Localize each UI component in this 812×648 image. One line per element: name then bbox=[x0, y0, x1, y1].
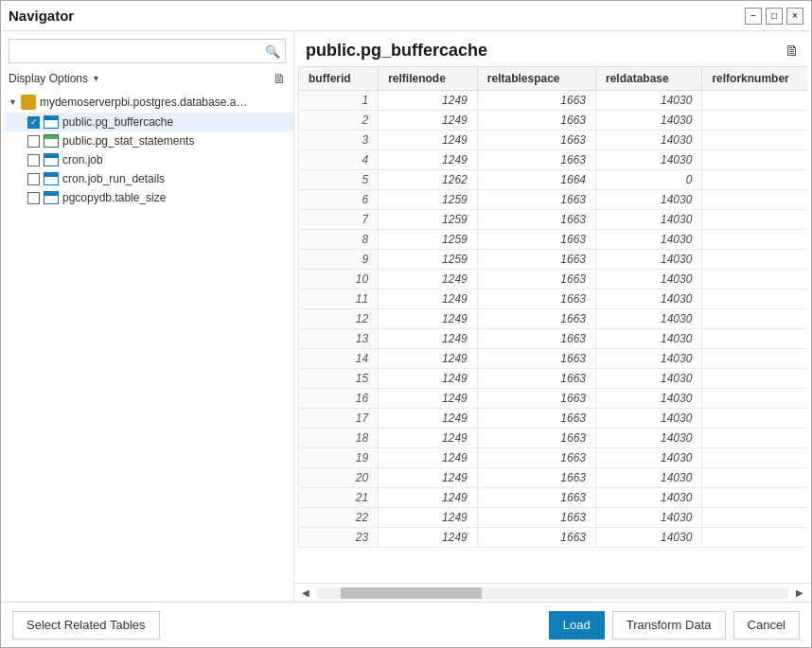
col-relforknumber: relforknumber bbox=[702, 67, 807, 91]
table-row: 211249166314030 bbox=[299, 488, 808, 508]
main-content: 🔍 Display Options ▼ 🗎 ▼ mydemoserverpbi.… bbox=[1, 31, 811, 602]
table-row: 171249166314030 bbox=[299, 409, 808, 429]
item-label-pg-stat-statements: public.pg_stat_statements bbox=[62, 134, 194, 148]
close-button[interactable]: × bbox=[786, 8, 803, 25]
title-bar: Navigator − □ × bbox=[1, 1, 811, 31]
table-cell: 5 bbox=[299, 170, 379, 190]
table-cell: 1249 bbox=[379, 131, 478, 150]
table-cell: 14030 bbox=[596, 150, 702, 170]
table-row: 221249166314030 bbox=[299, 508, 808, 528]
table-cell bbox=[702, 289, 807, 309]
table-cell: 1249 bbox=[379, 488, 478, 508]
display-options-arrow: ▼ bbox=[92, 74, 100, 83]
scroll-right-arrow[interactable]: ▶ bbox=[792, 586, 807, 600]
table-cell: 14030 bbox=[596, 468, 702, 488]
table-cell: 14030 bbox=[596, 210, 702, 230]
table-cell: 1663 bbox=[477, 289, 595, 309]
table-cell: 1664 bbox=[477, 170, 595, 190]
table-cell: 16 bbox=[299, 389, 379, 409]
table-cell bbox=[702, 528, 807, 548]
table-cell: 1249 bbox=[379, 111, 478, 131]
table-row: 191249166314030 bbox=[299, 448, 808, 468]
table-cell: 13 bbox=[299, 329, 379, 349]
load-button[interactable]: Load bbox=[549, 611, 605, 639]
table-cell: 1249 bbox=[379, 448, 478, 468]
table-cell: 20 bbox=[299, 468, 379, 488]
table-scroll-wrapper: bufferid relfilenode reltablespace relda… bbox=[294, 66, 811, 602]
search-input[interactable] bbox=[9, 39, 286, 63]
table-cell bbox=[702, 190, 807, 210]
export-icon[interactable]: 🗎 bbox=[273, 71, 286, 86]
table-cell bbox=[702, 91, 807, 111]
footer-right: Load Transform Data Cancel bbox=[549, 611, 800, 639]
table-row: 81259166314030 bbox=[299, 230, 808, 250]
item-label-pg-buffercache: public.pg_buffercache bbox=[62, 115, 173, 129]
table-cell: 1663 bbox=[477, 488, 595, 508]
tree-item-pg-buffercache[interactable]: public.pg_buffercache bbox=[5, 113, 293, 131]
table-icon-cron-job bbox=[44, 153, 59, 166]
table-cell: 14030 bbox=[596, 270, 702, 289]
table-row: 11249166314030 bbox=[299, 91, 808, 111]
right-panel: public.pg_buffercache 🗎 bufferid relfile… bbox=[294, 31, 811, 602]
scroll-thumb[interactable] bbox=[341, 587, 482, 599]
table-cell: 1663 bbox=[477, 150, 595, 170]
table-cell bbox=[702, 309, 807, 329]
table-cell: 14030 bbox=[596, 131, 702, 150]
table-cell: 1663 bbox=[477, 111, 595, 131]
table-cell: 14030 bbox=[596, 230, 702, 250]
item-label-cron-job: cron.job bbox=[62, 153, 103, 166]
table-cell bbox=[702, 508, 807, 528]
tree-item-cron-job[interactable]: cron.job bbox=[5, 150, 293, 169]
table-cell bbox=[702, 230, 807, 250]
table-row: 101249166314030 bbox=[299, 270, 808, 289]
table-cell bbox=[702, 349, 807, 369]
table-cell: 1259 bbox=[379, 190, 478, 210]
transform-data-button[interactable]: Transform Data bbox=[612, 611, 726, 639]
table-cell: 23 bbox=[299, 528, 379, 548]
data-table-container[interactable]: bufferid relfilenode reltablespace relda… bbox=[298, 66, 807, 583]
preview-export-icon[interactable]: 🗎 bbox=[785, 43, 800, 60]
left-panel: 🔍 Display Options ▼ 🗎 ▼ mydemoserverpbi.… bbox=[1, 31, 294, 602]
table-cell bbox=[702, 270, 807, 289]
scroll-left-arrow[interactable]: ◀ bbox=[298, 586, 313, 600]
preview-header: public.pg_buffercache 🗎 bbox=[294, 31, 811, 66]
checkbox-pg-stat-statements[interactable] bbox=[27, 135, 40, 148]
horizontal-scrollbar[interactable]: ◀ ▶ bbox=[294, 583, 811, 602]
table-cell: 7 bbox=[299, 210, 379, 230]
minimize-button[interactable]: − bbox=[745, 8, 762, 25]
tree-server-node[interactable]: ▼ mydemoserverpbi.postgres.database.azur… bbox=[5, 92, 293, 113]
table-cell: 1663 bbox=[477, 270, 595, 289]
table-cell: 1249 bbox=[379, 528, 478, 548]
table-cell bbox=[702, 150, 807, 170]
table-cell: 14030 bbox=[596, 309, 702, 329]
checkbox-cron-job-run-details[interactable] bbox=[27, 173, 40, 185]
table-cell: 1663 bbox=[477, 349, 595, 369]
window-title: Navigator bbox=[9, 8, 74, 24]
checkbox-pg-buffercache[interactable] bbox=[27, 116, 40, 129]
item-label-pgcopydb-table-size: pgcopydb.table_size bbox=[62, 191, 166, 204]
scroll-track[interactable] bbox=[317, 587, 788, 599]
table-icon-pgcopydb-table-size bbox=[44, 191, 59, 204]
table-cell: 1663 bbox=[477, 389, 595, 409]
table-cell bbox=[702, 429, 807, 448]
table-cell: 1663 bbox=[477, 528, 595, 548]
table-row: 121249166314030 bbox=[299, 309, 808, 329]
window-controls: − □ × bbox=[745, 8, 803, 25]
table-cell bbox=[702, 170, 807, 190]
table-cell: 1663 bbox=[477, 329, 595, 349]
display-options-button[interactable]: Display Options ▼ bbox=[9, 72, 100, 85]
cancel-button[interactable]: Cancel bbox=[733, 611, 800, 639]
table-cell: 14030 bbox=[596, 289, 702, 309]
table-row: 161249166314030 bbox=[299, 389, 808, 409]
checkbox-cron-job[interactable] bbox=[27, 154, 40, 166]
table-cell: 1249 bbox=[379, 409, 478, 429]
tree-item-pgcopydb-table-size[interactable]: pgcopydb.table_size bbox=[5, 188, 293, 207]
checkbox-pgcopydb-table-size[interactable] bbox=[27, 192, 40, 204]
table-cell bbox=[702, 409, 807, 429]
display-options-label: Display Options bbox=[9, 72, 88, 85]
table-cell: 10 bbox=[299, 270, 379, 289]
tree-item-cron-job-run-details[interactable]: cron.job_run_details bbox=[5, 169, 293, 188]
tree-item-pg-stat-statements[interactable]: public.pg_stat_statements bbox=[5, 131, 293, 150]
maximize-button[interactable]: □ bbox=[766, 8, 783, 25]
select-related-tables-button[interactable]: Select Related Tables bbox=[12, 611, 160, 639]
